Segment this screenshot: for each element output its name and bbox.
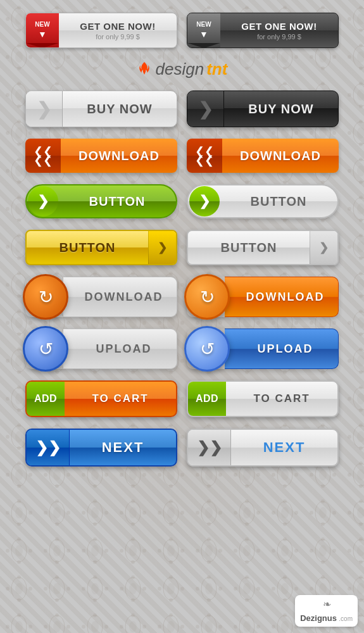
round-ul-light-area: UPLOAD [63, 329, 177, 369]
next-outline-label: NEXT [231, 439, 337, 456]
green-filled-label: BUTTON [58, 194, 176, 209]
green-icon-outline: ❯ [189, 186, 220, 216]
next-chevron-left-outline: ❯ [197, 439, 210, 456]
watermark: ❧ Dezignus .com [295, 595, 358, 627]
add-to-cart-outline-button[interactable]: ADD TO CART [187, 380, 339, 417]
logo-flame-icon [137, 61, 152, 78]
cart-text-outline: TO CART [226, 392, 337, 405]
silver-button[interactable]: BUTTON ❯ [187, 230, 339, 265]
cart-text-orange: TO CART [65, 392, 176, 405]
round-download-icon-filled: ↻ [184, 274, 230, 320]
next-arrow-box-blue: ❯ ❯ [27, 430, 70, 465]
yellow-arrow-wrap: ❯ [148, 231, 176, 264]
cart-add-tag-orange: ADD [27, 382, 65, 416]
upload-circle-icon-filled: ↺ [200, 339, 215, 360]
get-now-text-light: GET ONE NOW! for only 9,99 $ [59, 21, 177, 41]
dezignus-logo-icon: ❧ [319, 599, 334, 611]
round-download-light-label: DOWNLOAD [77, 291, 163, 304]
yellow-button-label: BUTTON [27, 241, 148, 255]
round-download-light-button[interactable]: ↻ DOWNLOAD [25, 277, 177, 317]
buy-now-arrow-dark: ❯ [187, 91, 224, 127]
get-one-now-dark-button[interactable]: new ▼ GET ONE NOW! for only 9,99 $ [187, 13, 339, 48]
green-icon-filled: ❯ [28, 186, 58, 216]
round-download-filled-button[interactable]: ↻ DOWNLOAD [187, 277, 339, 317]
get-now-title-light: GET ONE NOW! [80, 21, 155, 32]
logo-design-text: design [156, 60, 204, 79]
buy-now-dark-label: BUY NOW [224, 102, 338, 116]
cart-add-label-outline: ADD [196, 393, 218, 404]
round-ul-filled-area: UPLOAD [225, 329, 339, 369]
chevron-silver-icon: ❯ [319, 241, 329, 254]
next-blue-label: NEXT [70, 439, 176, 456]
chevron-right-icon: ❯ [37, 99, 51, 120]
watermark-sub-text: .com [339, 615, 353, 622]
download-button-1[interactable]: ❮❮ ❮❮ DOWNLOAD [25, 139, 177, 173]
chevron-green-outline-icon: ❯ [199, 193, 210, 210]
watermark-brand-text: Dezignus [300, 613, 337, 623]
round-download-filled-label: DOWNLOAD [239, 291, 325, 304]
download-chevron-wrap-1: ❮❮ ❮❮ [25, 139, 61, 173]
chevron-yellow-icon: ❯ [158, 241, 167, 254]
round-upload-light-button[interactable]: ↺ UPLOAD [25, 329, 177, 369]
yellow-button[interactable]: BUTTON ❯ [25, 230, 177, 265]
download-chevron-bot-2: ❮❮ [195, 156, 214, 165]
download-label-1: DOWNLOAD [61, 139, 177, 173]
green-filled-button[interactable]: ❯ BUTTON [25, 184, 177, 218]
next-chevrons-outline: ❯ ❯ [197, 439, 222, 456]
get-now-badge-light: new ▼ [26, 13, 59, 47]
cart-add-label-orange: ADD [34, 393, 57, 404]
badge-new-label-dark: new [196, 22, 211, 28]
get-now-text-dark: GET ONE NOW! for only 9,99 $ [220, 21, 338, 41]
round-upload-icon-filled: ↺ [184, 326, 230, 372]
round-upload-filled-button[interactable]: ↺ UPLOAD [187, 329, 339, 369]
download-circle-icon-filled: ↻ [200, 287, 215, 308]
get-now-title-dark: GET ONE NOW! [241, 21, 317, 32]
next-chevrons-blue: ❯ ❯ [35, 439, 61, 456]
green-outline-label: BUTTON [220, 194, 337, 209]
svg-text:❧: ❧ [322, 599, 330, 610]
logo-tnt-text: tnt [206, 60, 227, 79]
download-label-2: DOWNLOAD [222, 139, 339, 173]
logo: design tnt [137, 60, 228, 79]
cart-add-tag-outline: ADD [188, 382, 226, 416]
download-chevron-wrap-2: ❮❮ ❮❮ [187, 139, 222, 173]
get-one-now-light-button[interactable]: new ▼ GET ONE NOW! for only 9,99 $ [25, 13, 177, 48]
next-blue-button[interactable]: ❯ ❯ NEXT [25, 429, 177, 467]
chevron-green-icon: ❯ [37, 193, 49, 210]
green-outline-button[interactable]: ❯ BUTTON [187, 184, 339, 218]
next-chevron-right-outline: ❯ [210, 439, 222, 456]
download-circle-icon-light: ↻ [39, 287, 53, 308]
badge-arrow-icon: ▼ [38, 29, 47, 39]
get-now-subtitle-light: for only 9,99 $ [96, 33, 140, 41]
add-to-cart-orange-button[interactable]: ADD TO CART [25, 380, 177, 417]
round-dl-light-area: DOWNLOAD [63, 277, 177, 317]
badge-arrow-icon-dark: ▼ [199, 29, 208, 39]
buy-now-arrow-light: ❯ [26, 91, 63, 127]
badge-new-label: new [35, 22, 49, 28]
download-button-2[interactable]: ❮❮ ❮❮ DOWNLOAD [187, 139, 339, 173]
round-download-icon-light: ↻ [23, 274, 68, 320]
round-dl-filled-area: DOWNLOAD [225, 277, 339, 317]
chevron-right-dark-icon: ❯ [198, 99, 213, 120]
next-arrow-box-outline: ❯ ❯ [188, 430, 231, 465]
round-upload-light-label: UPLOAD [89, 342, 152, 356]
download-chevron-bot-1: ❮❮ [34, 156, 53, 165]
upload-circle-icon-light: ↺ [39, 339, 53, 360]
silver-arrow-wrap: ❯ [310, 231, 337, 264]
silver-button-label: BUTTON [188, 241, 310, 255]
buy-now-light-button[interactable]: ❯ BUY NOW [25, 91, 177, 127]
next-chevron-left-blue: ❯ [35, 439, 48, 456]
next-outline-button[interactable]: ❯ ❯ NEXT [187, 429, 339, 467]
buy-now-dark-button[interactable]: ❯ BUY NOW [187, 91, 339, 127]
get-now-subtitle-dark: for only 9,99 $ [257, 33, 301, 41]
round-upload-filled-label: UPLOAD [250, 342, 313, 356]
get-now-badge-dark: new ▼ [187, 13, 220, 47]
buy-now-light-label: BUY NOW [63, 102, 177, 116]
next-chevron-right-blue: ❯ [48, 439, 61, 456]
round-upload-icon-light: ↺ [23, 326, 68, 372]
